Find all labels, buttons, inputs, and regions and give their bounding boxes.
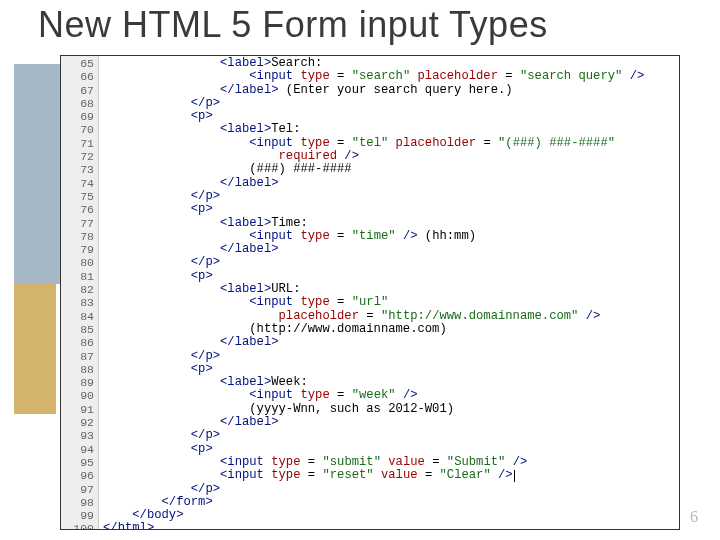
line-number: 98 [61,496,94,509]
line-number-gutter: 6566676869707172737475767778798081828384… [61,56,99,529]
line-number: 92 [61,416,94,429]
code-line: </html> [103,522,677,530]
line-number: 81 [61,270,94,283]
line-number: 74 [61,177,94,190]
line-number: 70 [61,123,94,136]
code-line: <label>Week: [103,376,677,389]
line-number: 86 [61,336,94,349]
code-line: (yyyy-Wnn, such as 2012-W01) [103,403,677,416]
code-line: <input type = "submit" value = "Submit" … [103,456,677,469]
line-number: 89 [61,376,94,389]
code-line: <p> [103,203,677,216]
code-line: <input type = "time" /> (hh:mm) [103,230,677,243]
page-number: 6 [690,508,698,526]
code-line: </p> [103,483,677,496]
code-line: <p> [103,110,677,123]
code-line: </form> [103,496,677,509]
code-line: placeholder = "http://www.domainname.com… [103,310,677,323]
line-number: 94 [61,443,94,456]
line-number: 90 [61,389,94,402]
line-number: 93 [61,429,94,442]
code-line: <label>URL: [103,283,677,296]
line-number: 82 [61,283,94,296]
line-number: 77 [61,217,94,230]
code-line: </label> [103,177,677,190]
line-number: 99 [61,509,94,522]
code-line: <label>Time: [103,217,677,230]
line-number: 79 [61,243,94,256]
code-line: <label>Search: [103,57,677,70]
side-accents [0,64,60,540]
code-line: <input type = "search" placeholder = "se… [103,70,677,83]
line-number: 87 [61,350,94,363]
line-number: 83 [61,296,94,309]
line-number: 95 [61,456,94,469]
code-line: </label> [103,243,677,256]
line-number: 88 [61,363,94,376]
code-line: </label> [103,416,677,429]
code-line: <p> [103,270,677,283]
slide-title: New HTML 5 Form input Types [0,0,720,50]
line-number: 96 [61,469,94,482]
line-number: 75 [61,190,94,203]
line-number: 68 [61,97,94,110]
line-number: 100 [61,522,94,530]
text-cursor [514,470,515,482]
code-line: </p> [103,97,677,110]
code-area: <label>Search: <input type = "search" pl… [99,56,679,530]
line-number: 85 [61,323,94,336]
accent-gold [14,284,56,414]
code-line: </p> [103,429,677,442]
line-number: 67 [61,84,94,97]
line-number: 97 [61,483,94,496]
code-line: required /> [103,150,677,163]
line-number: 73 [61,163,94,176]
line-number: 84 [61,310,94,323]
line-number: 76 [61,203,94,216]
line-number: 72 [61,150,94,163]
code-line: <p> [103,443,677,456]
code-line: <label>Tel: [103,123,677,136]
code-line: (###) ###-#### [103,163,677,176]
code-line: <input type = "url" [103,296,677,309]
line-number: 78 [61,230,94,243]
line-number: 65 [61,57,94,70]
code-line: <input type = "tel" placeholder = "(###)… [103,137,677,150]
line-number: 69 [61,110,94,123]
code-line: </label> [103,336,677,349]
code-line: <p> [103,363,677,376]
code-editor: 6566676869707172737475767778798081828384… [60,55,680,530]
line-number: 66 [61,70,94,83]
code-line: </p> [103,190,677,203]
line-number: 71 [61,137,94,150]
accent-blue [14,64,60,284]
code-line: <input type = "reset" value = "Clear" /> [103,469,677,482]
code-line: </body> [103,509,677,522]
code-line: </p> [103,256,677,269]
code-line: </p> [103,350,677,363]
line-number: 91 [61,403,94,416]
code-line: <input type = "week" /> [103,389,677,402]
code-line: </label> (Enter your search query here.) [103,84,677,97]
code-line: (http://www.domainname.com) [103,323,677,336]
line-number: 80 [61,256,94,269]
